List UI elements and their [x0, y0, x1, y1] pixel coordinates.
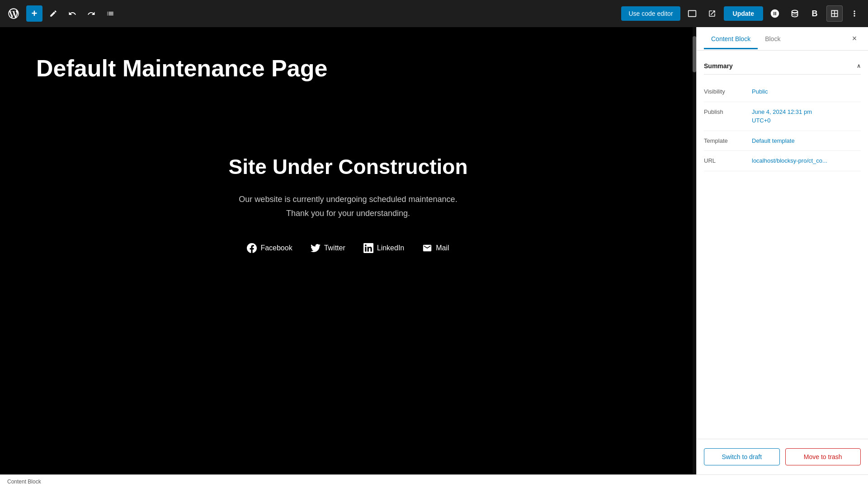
template-label: Template — [704, 136, 745, 144]
sidebar-body: Summary ∧ Visibility Public Publish June… — [697, 51, 868, 439]
canvas-content: Default Maintenance Page Site Under Cons… — [0, 27, 696, 474]
list-view-button[interactable] — [102, 5, 118, 22]
sidebar-panel: Content Block Block × Summary ∧ Visibili… — [696, 27, 868, 474]
visibility-label: Visibility — [704, 87, 745, 95]
layout-button[interactable] — [826, 5, 843, 22]
grammarly-icon[interactable] — [767, 5, 783, 22]
statusbar-text: Content Block — [7, 479, 41, 485]
facebook-icon — [247, 243, 257, 253]
mail-link[interactable]: Mail — [422, 243, 449, 253]
main-area: Default Maintenance Page Site Under Cons… — [0, 27, 868, 474]
canvas-scrollbar[interactable] — [693, 27, 696, 474]
linkedin-icon — [363, 243, 373, 253]
linkedin-link[interactable]: LinkedIn — [363, 243, 405, 253]
b-icon[interactable]: B — [807, 5, 823, 22]
external-link-button[interactable] — [704, 5, 720, 22]
summary-label: Summary — [704, 62, 733, 70]
sidebar-tabs: Content Block Block × — [697, 27, 868, 51]
canvas: Default Maintenance Page Site Under Cons… — [0, 27, 696, 474]
summary-header[interactable]: Summary ∧ — [704, 58, 861, 74]
summary-section: Summary ∧ Visibility Public Publish June… — [704, 58, 861, 171]
toolbar: + Use code editor Update — [0, 0, 868, 27]
twitter-icon — [311, 243, 321, 253]
twitter-label: Twitter — [324, 244, 345, 252]
summary-divider — [704, 74, 861, 75]
update-button[interactable]: Update — [724, 6, 763, 21]
center-section: Site Under Construction Our website is c… — [36, 155, 660, 253]
mail-label: Mail — [436, 244, 449, 252]
tab-content-block[interactable]: Content Block — [704, 29, 758, 49]
tab-block[interactable]: Block — [758, 29, 788, 49]
facebook-link[interactable]: Facebook — [247, 243, 292, 253]
switch-to-draft-button[interactable]: Switch to draft — [704, 448, 780, 465]
url-value[interactable]: localhost/blocksy-pro/ct_co... — [752, 156, 861, 165]
toolbar-right: Use code editor Update B — [621, 5, 863, 22]
action-buttons: Switch to draft Move to trash — [697, 439, 868, 474]
url-row: URL localhost/blocksy-pro/ct_co... — [704, 151, 861, 171]
database-icon[interactable] — [787, 5, 803, 22]
site-title: Site Under Construction — [228, 155, 467, 179]
move-to-trash-button[interactable]: Move to trash — [785, 448, 861, 465]
edit-mode-button[interactable] — [45, 5, 61, 22]
publish-row: Publish June 4, 2024 12:31 pmUTC+0 — [704, 102, 861, 131]
wordpress-logo[interactable] — [5, 5, 22, 22]
mail-icon — [422, 243, 432, 253]
social-links: Facebook Twitter LinkedIn — [247, 243, 449, 253]
visibility-value[interactable]: Public — [752, 87, 861, 96]
more-options-button[interactable] — [846, 5, 863, 22]
summary-chevron-icon: ∧ — [857, 63, 861, 69]
url-label: URL — [704, 156, 745, 164]
toolbar-left: + — [5, 5, 118, 22]
code-editor-button[interactable]: Use code editor — [621, 6, 680, 21]
template-value[interactable]: Default template — [752, 136, 861, 145]
template-row: Template Default template — [704, 131, 861, 151]
statusbar: Content Block — [0, 474, 868, 488]
linkedin-label: LinkedIn — [377, 244, 405, 252]
publish-value[interactable]: June 4, 2024 12:31 pmUTC+0 — [752, 108, 861, 125]
site-description: Our website is currently undergoing sche… — [239, 192, 457, 220]
twitter-link[interactable]: Twitter — [311, 243, 345, 253]
redo-button[interactable] — [83, 5, 99, 22]
undo-button[interactable] — [64, 5, 80, 22]
visibility-row: Visibility Public — [704, 82, 861, 102]
page-title: Default Maintenance Page — [36, 54, 327, 82]
publish-label: Publish — [704, 108, 745, 115]
facebook-label: Facebook — [260, 244, 292, 252]
scrollbar-thumb[interactable] — [693, 36, 696, 72]
view-button[interactable] — [684, 5, 700, 22]
add-block-button[interactable]: + — [26, 5, 42, 22]
sidebar-close-button[interactable]: × — [848, 33, 861, 45]
